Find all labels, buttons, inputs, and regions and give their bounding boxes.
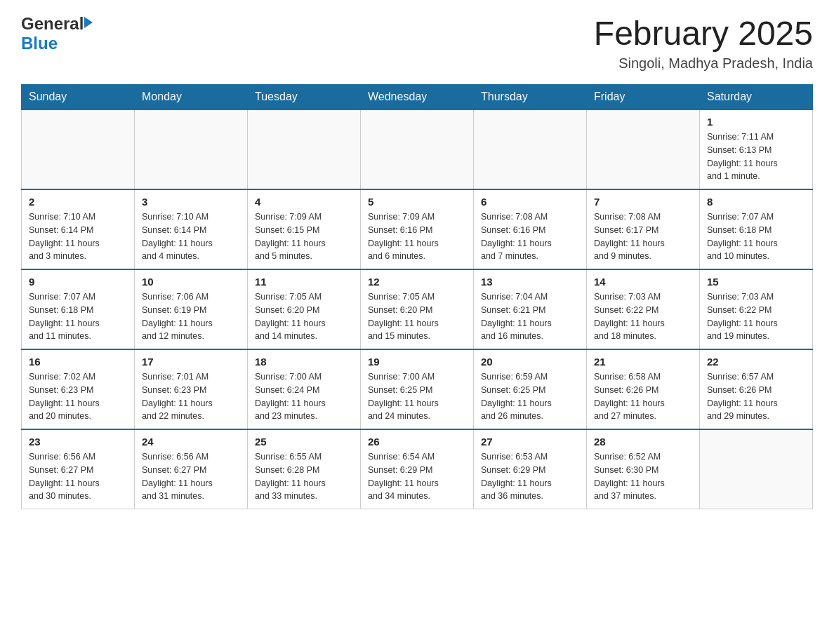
day-number: 9: [29, 276, 127, 288]
weekday-header-wednesday: Wednesday: [361, 85, 474, 110]
calendar-table: SundayMondayTuesdayWednesdayThursdayFrid…: [21, 84, 813, 509]
calendar-cell: 23Sunrise: 6:56 AMSunset: 6:27 PMDayligh…: [22, 429, 135, 509]
day-number: 16: [29, 356, 127, 368]
day-number: 21: [594, 356, 692, 368]
day-number: 18: [255, 356, 353, 368]
day-info: Sunrise: 6:55 AMSunset: 6:28 PMDaylight:…: [255, 450, 353, 503]
day-number: 26: [368, 436, 466, 448]
logo-general-text: General: [21, 14, 84, 34]
day-info: Sunrise: 7:09 AMSunset: 6:16 PMDaylight:…: [368, 210, 466, 263]
calendar-cell: 1Sunrise: 7:11 AMSunset: 6:13 PMDaylight…: [700, 109, 813, 189]
day-info: Sunrise: 7:08 AMSunset: 6:17 PMDaylight:…: [594, 210, 692, 263]
day-info: Sunrise: 6:52 AMSunset: 6:30 PMDaylight:…: [594, 450, 692, 503]
day-number: 10: [142, 276, 240, 288]
weekday-header-thursday: Thursday: [474, 85, 587, 110]
day-number: 6: [481, 196, 579, 208]
week-row-3: 9Sunrise: 7:07 AMSunset: 6:18 PMDaylight…: [22, 269, 813, 349]
calendar-cell: [135, 109, 248, 189]
logo-triangle-icon: [84, 17, 93, 28]
day-info: Sunrise: 7:05 AMSunset: 6:20 PMDaylight:…: [368, 290, 466, 343]
logo-area: General Blue: [21, 14, 93, 53]
week-row-1: 1Sunrise: 7:11 AMSunset: 6:13 PMDaylight…: [22, 109, 813, 189]
day-number: 8: [707, 196, 805, 208]
day-number: 17: [142, 356, 240, 368]
logo-blue-text: Blue: [21, 34, 58, 53]
day-number: 27: [481, 436, 579, 448]
day-info: Sunrise: 7:07 AMSunset: 6:18 PMDaylight:…: [29, 290, 127, 343]
day-info: Sunrise: 7:04 AMSunset: 6:21 PMDaylight:…: [481, 290, 579, 343]
day-info: Sunrise: 7:09 AMSunset: 6:15 PMDaylight:…: [255, 210, 353, 263]
day-info: Sunrise: 7:00 AMSunset: 6:25 PMDaylight:…: [368, 370, 466, 423]
day-info: Sunrise: 6:56 AMSunset: 6:27 PMDaylight:…: [142, 450, 240, 503]
calendar-cell: [248, 109, 361, 189]
day-number: 14: [594, 276, 692, 288]
calendar-cell: [474, 109, 587, 189]
day-info: Sunrise: 7:07 AMSunset: 6:18 PMDaylight:…: [707, 210, 805, 263]
calendar-cell: 12Sunrise: 7:05 AMSunset: 6:20 PMDayligh…: [361, 269, 474, 349]
day-number: 24: [142, 436, 240, 448]
title-area: February 2025 Singoli, Madhya Pradesh, I…: [594, 14, 813, 72]
weekday-header-tuesday: Tuesday: [248, 85, 361, 110]
calendar-cell: 21Sunrise: 6:58 AMSunset: 6:26 PMDayligh…: [587, 349, 700, 429]
day-info: Sunrise: 7:10 AMSunset: 6:14 PMDaylight:…: [142, 210, 240, 263]
calendar-cell: 4Sunrise: 7:09 AMSunset: 6:15 PMDaylight…: [248, 189, 361, 269]
day-info: Sunrise: 6:57 AMSunset: 6:26 PMDaylight:…: [707, 370, 805, 423]
calendar-cell: 14Sunrise: 7:03 AMSunset: 6:22 PMDayligh…: [587, 269, 700, 349]
day-info: Sunrise: 7:02 AMSunset: 6:23 PMDaylight:…: [29, 370, 127, 423]
week-row-4: 16Sunrise: 7:02 AMSunset: 6:23 PMDayligh…: [22, 349, 813, 429]
location-title: Singoli, Madhya Pradesh, India: [594, 55, 813, 72]
day-number: 28: [594, 436, 692, 448]
day-number: 2: [29, 196, 127, 208]
calendar-cell: 25Sunrise: 6:55 AMSunset: 6:28 PMDayligh…: [248, 429, 361, 509]
calendar-cell: 13Sunrise: 7:04 AMSunset: 6:21 PMDayligh…: [474, 269, 587, 349]
calendar-cell: 2Sunrise: 7:10 AMSunset: 6:14 PMDaylight…: [22, 189, 135, 269]
weekday-header-saturday: Saturday: [700, 85, 813, 110]
calendar-cell: 8Sunrise: 7:07 AMSunset: 6:18 PMDaylight…: [700, 189, 813, 269]
calendar-cell: 9Sunrise: 7:07 AMSunset: 6:18 PMDaylight…: [22, 269, 135, 349]
calendar-cell: 22Sunrise: 6:57 AMSunset: 6:26 PMDayligh…: [700, 349, 813, 429]
calendar-cell: 18Sunrise: 7:00 AMSunset: 6:24 PMDayligh…: [248, 349, 361, 429]
weekday-header-monday: Monday: [135, 85, 248, 110]
page-header: General Blue February 2025 Singoli, Madh…: [21, 14, 813, 72]
calendar-cell: [22, 109, 135, 189]
day-info: Sunrise: 7:00 AMSunset: 6:24 PMDaylight:…: [255, 370, 353, 423]
day-info: Sunrise: 6:54 AMSunset: 6:29 PMDaylight:…: [368, 450, 466, 503]
day-info: Sunrise: 7:03 AMSunset: 6:22 PMDaylight:…: [707, 290, 805, 343]
calendar-cell: 5Sunrise: 7:09 AMSunset: 6:16 PMDaylight…: [361, 189, 474, 269]
day-number: 3: [142, 196, 240, 208]
calendar-cell: [700, 429, 813, 509]
day-number: 5: [368, 196, 466, 208]
day-number: 12: [368, 276, 466, 288]
calendar-cell: [587, 109, 700, 189]
day-info: Sunrise: 6:53 AMSunset: 6:29 PMDaylight:…: [481, 450, 579, 503]
day-info: Sunrise: 7:06 AMSunset: 6:19 PMDaylight:…: [142, 290, 240, 343]
day-number: 7: [594, 196, 692, 208]
day-info: Sunrise: 6:59 AMSunset: 6:25 PMDaylight:…: [481, 370, 579, 423]
calendar-cell: 17Sunrise: 7:01 AMSunset: 6:23 PMDayligh…: [135, 349, 248, 429]
calendar-cell: 27Sunrise: 6:53 AMSunset: 6:29 PMDayligh…: [474, 429, 587, 509]
day-number: 1: [707, 116, 805, 128]
weekday-header-friday: Friday: [587, 85, 700, 110]
day-number: 25: [255, 436, 353, 448]
calendar-cell: 10Sunrise: 7:06 AMSunset: 6:19 PMDayligh…: [135, 269, 248, 349]
weekday-header-sunday: Sunday: [22, 85, 135, 110]
calendar-cell: 11Sunrise: 7:05 AMSunset: 6:20 PMDayligh…: [248, 269, 361, 349]
day-info: Sunrise: 7:10 AMSunset: 6:14 PMDaylight:…: [29, 210, 127, 263]
day-number: 19: [368, 356, 466, 368]
week-row-5: 23Sunrise: 6:56 AMSunset: 6:27 PMDayligh…: [22, 429, 813, 509]
day-number: 22: [707, 356, 805, 368]
day-number: 11: [255, 276, 353, 288]
calendar-cell: 15Sunrise: 7:03 AMSunset: 6:22 PMDayligh…: [700, 269, 813, 349]
calendar-cell: 16Sunrise: 7:02 AMSunset: 6:23 PMDayligh…: [22, 349, 135, 429]
calendar-cell: 24Sunrise: 6:56 AMSunset: 6:27 PMDayligh…: [135, 429, 248, 509]
day-info: Sunrise: 6:56 AMSunset: 6:27 PMDaylight:…: [29, 450, 127, 503]
logo: General: [21, 14, 93, 34]
calendar-cell: 26Sunrise: 6:54 AMSunset: 6:29 PMDayligh…: [361, 429, 474, 509]
day-info: Sunrise: 7:11 AMSunset: 6:13 PMDaylight:…: [707, 130, 805, 183]
day-info: Sunrise: 6:58 AMSunset: 6:26 PMDaylight:…: [594, 370, 692, 423]
day-info: Sunrise: 7:05 AMSunset: 6:20 PMDaylight:…: [255, 290, 353, 343]
week-row-2: 2Sunrise: 7:10 AMSunset: 6:14 PMDaylight…: [22, 189, 813, 269]
calendar-cell: 6Sunrise: 7:08 AMSunset: 6:16 PMDaylight…: [474, 189, 587, 269]
calendar-cell: [361, 109, 474, 189]
month-title: February 2025: [594, 14, 813, 53]
